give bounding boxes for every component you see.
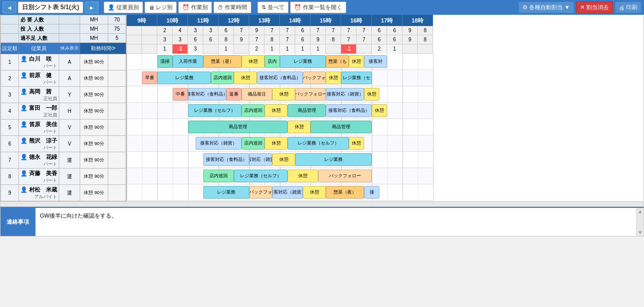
task-bar-emp9-task1[interactable]: バックフォ [249,186,272,199]
tasklist-button[interactable]: ⏰ 作業一覧を開く [290,2,346,13]
task-bar-emp2-task0[interactable]: 早番 [142,72,157,84]
task-bar-emp8-task2[interactable]: 休憩 [288,170,318,182]
task-bar-emp8-task1[interactable]: レジ業務（セルフ） [234,170,288,182]
header-worktime: 勤務時間⟳ [80,43,126,54]
task-bar-emp3-task2[interactable]: 返番 [226,88,242,101]
task-bar-emp4-task3[interactable]: 商品管理 [288,104,326,117]
next-button[interactable]: ► [85,2,99,13]
task-bar-emp1-task0[interactable]: 清掃 [157,55,173,68]
task-bar-emp4-task4[interactable]: 接客対応（食料品） [326,104,372,117]
emp-timeline-row-6[interactable]: 接客対応（雑貨）店内巡回休憩レジ業務（セルフ）休憩 [127,135,433,152]
auto-assign-button[interactable]: ⚙ 各種自動割当 ▼ [518,2,574,13]
task-bar-emp9-task4[interactable]: 惣菜（夜） [326,186,364,199]
task-bar-emp2-task1[interactable]: レジ業務 [157,72,211,84]
task-bar-emp3-task7[interactable]: 休憩 [364,88,379,101]
task-bar-emp6-task3[interactable]: レジ業務（セルフ） [288,137,349,150]
notice-scrollbar[interactable]: ▲ ▼ [636,208,643,236]
task-bar-emp2-task5[interactable]: バックフォ [303,72,326,84]
task-bar-emp7-task1[interactable]: 接客対応（雑貨） [249,153,272,166]
printer-icon: 🖨 [619,5,625,11]
horizontal-scrollbar[interactable] [0,202,644,207]
print-button[interactable]: 🖨 印刷 [615,2,641,13]
emp3-shift: Y [59,87,80,103]
task-bar-emp8-task3[interactable]: バックフォロー [318,170,372,182]
task-bar-emp7-task3[interactable]: レジ業務 [295,153,372,166]
task-bar-emp1-task3[interactable]: 休憩 [242,55,265,68]
emp1-order: 1 [1,54,19,70]
summary-cell-invest-6: 8 [219,35,234,44]
emp2-shift: A [59,70,80,87]
task-bar-emp5-task2[interactable]: 商品管理 [311,121,372,133]
summary-cell-invest-11: 6 [295,35,311,44]
tab-employee[interactable]: 👤 従業員別 [104,2,143,13]
tab-task[interactable]: ⏰ 作業別 [178,2,212,13]
emp-timeline-row-8[interactable]: 店内巡回レジ業務（セルフ）休憩バックフォロー [127,168,433,184]
summary-cell-shortage-7 [234,44,249,54]
task-bar-emp1-task5[interactable]: レジ業務 [280,55,326,68]
task-bar-emp4-task1[interactable]: 店内巡回 [242,104,265,117]
task-bar-emp6-task4[interactable]: 休憩 [349,137,364,150]
emp-timeline-row-4[interactable]: レジ業務（セルフ）店内巡回休憩商品管理接客対応（食料品）休憩 [127,103,433,119]
task-bar-emp5-task1[interactable]: 休憩 [288,121,311,133]
task-bar-emp2-task2[interactable]: 店内巡回 [211,72,234,84]
task-bar-emp1-task4[interactable]: 店内 [265,55,280,68]
task-bar-emp8-task0[interactable]: 店内巡回 [203,170,234,182]
emp4-shift: H [59,103,80,120]
emp-timeline-row-5[interactable]: 商品管理休憩商品管理 [127,119,433,135]
summary-cell-shortage-8: 2 [249,44,265,54]
task-bar-emp3-task5[interactable]: バックフォロー [295,88,326,101]
task-bar-emp3-task1[interactable]: 接客対応（食料品） [188,88,226,101]
task-bar-emp2-task7[interactable]: レジ業務（セ [341,72,372,84]
task-bar-emp1-task2[interactable]: 惣菜（昼） [203,55,242,68]
clear-button[interactable]: ✕ 割当消去 [576,2,613,13]
emp-timeline-row-7[interactable]: 接客対応（食料品）接客対応（雑貨）休憩レジ業務 [127,152,433,168]
left-table: 必 要 人数 MH 70 投 入 人数 MH 75 過不足 人数 MH [1,15,126,201]
task-bar-emp1-task8[interactable]: 接客対 [364,55,387,68]
emp4-break: 休憩 90分 [80,103,108,120]
task-bar-emp1-task6[interactable]: 惣菜（も [326,55,349,68]
task-bar-emp3-task4[interactable]: 休憩 [272,88,295,101]
task-bar-emp4-task0[interactable]: レジ業務（セルフ） [188,104,242,117]
emp5-shift: V [59,120,80,136]
employee-row-1: 1 👤 白川 咲 パート A 休憩 90分 [1,54,126,70]
summary-cell-invest-1 [142,35,157,44]
task-bar-emp5-task0[interactable]: 商品管理 [188,121,288,133]
emp8-type: パート [20,177,57,184]
task-bar-emp3-task3[interactable]: 備品発注 [242,88,272,101]
task-bar-emp1-task7[interactable]: 休憩 [349,55,364,68]
hour-header-18: 18時 [402,15,433,26]
emp7-worktime [108,152,126,169]
required-break-empty [59,15,80,25]
task-bar-emp4-task2[interactable]: 休憩 [265,104,288,117]
summary-cell-required-4: 3 [188,26,203,35]
task-bar-emp7-task0[interactable]: 接客対応（食料品） [203,153,249,166]
task-bar-emp6-task2[interactable]: 休憩 [265,137,288,150]
emp-timeline-row-9[interactable]: レジ業務バックフォ接客対応（雑貨）休憩惣菜（夜）接 [127,184,433,201]
task-bar-emp6-task1[interactable]: 店内巡回 [242,137,265,150]
task-bar-emp9-task0[interactable]: レジ業務 [203,186,249,199]
task-bar-emp7-task2[interactable]: 休憩 [272,153,295,166]
task-bar-emp3-task0[interactable]: 中番 [173,88,188,101]
header-order: 設定順 [1,43,19,54]
task-bar-emp6-task0[interactable]: 接客対応（雑貨） [196,137,242,150]
task-bar-emp4-task5[interactable]: 休憩 [372,104,387,117]
tab-time[interactable]: ⏱ 作業時間 [213,2,251,13]
task-bar-emp9-task2[interactable]: 接客対応（雑貨） [272,186,303,199]
prev-button[interactable]: ◄ [3,2,16,13]
emp6-break: 休憩 90分 [80,136,108,152]
sort-button[interactable]: ⇅ 並べて [257,2,289,13]
task-bar-emp2-task3[interactable]: 休憩 [234,72,257,84]
task-bar-emp9-task3[interactable]: 休憩 [303,186,326,199]
emp-timeline-row-3[interactable]: 中番接客対応（食料品）返番備品発注休憩バックフォロー接客対応（雑貨）休憩 [127,86,433,103]
task-bar-emp2-task4[interactable]: 接客対応（食料品） [257,72,303,84]
task-bar-emp9-task5[interactable]: 接 [364,186,379,199]
timeline-panel[interactable]: 9時10時11時12時13時14時15時16時17時18時24336797767… [126,15,643,201]
task-bar-emp1-task1[interactable]: 入荷作業 [173,55,203,68]
required-mh: MH [80,15,108,25]
emp-timeline-row-1[interactable]: 清掃入荷作業惣菜（昼）休憩店内レジ業務惣菜（も休憩接客対 [127,54,433,70]
employee-row-2: 2 👤 前原 健 パート A 休憩 90分 [1,70,126,87]
task-bar-emp3-task6[interactable]: 接客対応（雑貨） [326,88,364,101]
emp-timeline-row-2[interactable]: 早番レジ業務店内巡回休憩接客対応（食料品）バックフォ休憩レジ業務（セ [127,70,433,86]
tab-register[interactable]: 🖥 レジ別 [145,2,177,13]
task-bar-emp2-task6[interactable]: 休憩 [326,72,341,84]
